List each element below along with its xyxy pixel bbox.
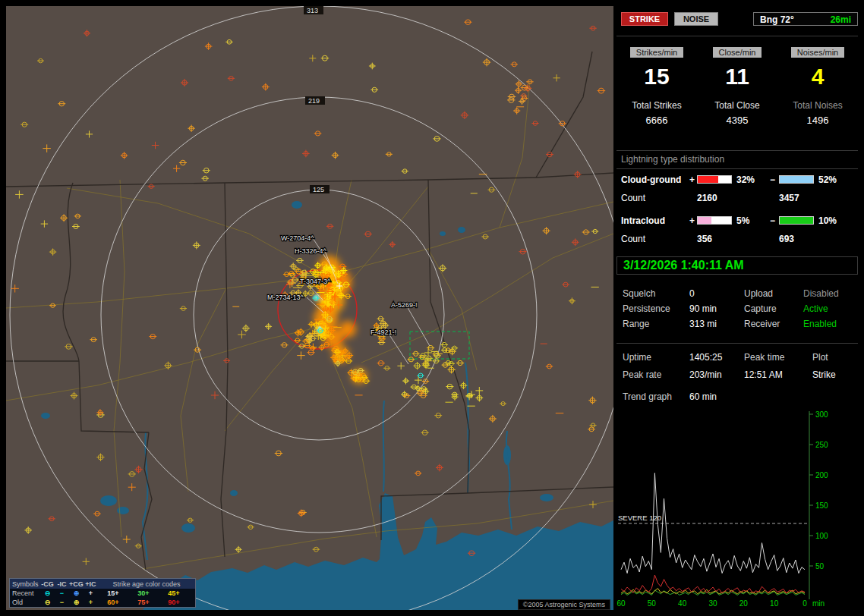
svg-text:40: 40 [678, 599, 687, 608]
status-value: 0 [689, 288, 695, 299]
minus-sign: − [770, 174, 775, 185]
stats-label: Uptime [623, 352, 651, 363]
svg-text:H-3326-4^: H-3326-4^ [295, 247, 327, 255]
trend-graph-label: Trend graph [623, 391, 672, 402]
age-60: 60+ [98, 599, 128, 606]
strike-button[interactable]: STRIKE [621, 12, 668, 26]
status-label: Capture [744, 303, 777, 314]
svg-text:50: 50 [815, 562, 825, 570]
bearing-box: Bng 72° 26mi [753, 12, 858, 26]
total-strikes-label: Total Strikes [616, 100, 697, 111]
status-row-range: Range 313 mi Receiver Enabled [616, 319, 858, 331]
noises-per-min-value: 4 [777, 64, 858, 90]
recent-neg-cg-icon: ⊖ [40, 589, 55, 597]
noises-per-min-label: Noises/min [791, 47, 844, 58]
status-value: 90 min [689, 303, 717, 314]
close-per-min-label: Close/min [713, 47, 762, 58]
intracloud-row: Intracloud + 5% − 10% [616, 215, 858, 228]
legend-old-row: Old ⊖ − ⊕ + 60+ 75+ 90+ [10, 598, 195, 607]
stats-value: Strike [812, 369, 836, 380]
trend-graph-row: Trend graph 60 min [616, 391, 858, 404]
status-value: Active [803, 303, 828, 314]
legend-age-header: Strike age color codes [98, 580, 195, 588]
divider [616, 343, 858, 344]
strikes-per-min-label: Strikes/min [630, 47, 683, 58]
copyright-notice: ©2005 Astrogenic Systems [518, 599, 610, 610]
recent-pos-ic-icon: + [84, 589, 98, 597]
svg-text:100: 100 [815, 532, 828, 540]
cloud-ground-count-row: Count 2160 3457 [616, 193, 858, 205]
map-legend: Symbols -CG -IC +CG +IC Strike age color… [9, 578, 196, 608]
svg-text:313: 313 [307, 7, 318, 14]
map-canvas[interactable]: 313219125W-2704-4^H-3326-4^T-3047-3^M-27… [6, 6, 613, 610]
intracloud-label: Intracloud [621, 215, 665, 226]
datetime-display: 3/12/2026 1:40:11 AM [616, 256, 858, 275]
total-noises-value: 1496 [777, 115, 858, 126]
legend-old-label: Old [10, 599, 40, 606]
ic-positive-count: 356 [697, 234, 712, 244]
age-30: 30+ [128, 589, 159, 597]
distribution-title: Lightning type distribution [621, 154, 724, 165]
trend-graph: 30025020015010050SEVERE 1206050403020100… [616, 408, 861, 610]
stats-label: Peak rate [623, 369, 661, 380]
status-value: 313 mi [689, 319, 717, 329]
legend-symbols-header: Symbols [10, 580, 40, 588]
status-panel: STRIKE NOISE Bng 72° 26mi Strikes/min 15… [616, 6, 861, 610]
legend-recent-row: Recent ⊖ − ⊕ + 15+ 30+ 45+ [10, 589, 195, 598]
svg-text:0: 0 [803, 599, 807, 608]
close-per-min-value: 11 [697, 64, 777, 90]
status-label: Range [623, 319, 649, 329]
ic-positive-pct: 5% [736, 215, 749, 226]
cloud-ground-row: Cloud-ground + 32% − 52% [616, 174, 858, 187]
legend-col-pos-cg: +CG [69, 580, 84, 588]
status-label: Receiver [744, 319, 780, 329]
svg-text:min: min [812, 599, 825, 608]
legend-header-row: Symbols -CG -IC +CG +IC Strike age color… [10, 579, 195, 589]
stats-row-peak-rate: Peak rate 203/min 12:51 AM Strike [616, 369, 858, 382]
old-neg-cg-icon: ⊖ [40, 599, 55, 606]
svg-text:150: 150 [815, 501, 828, 510]
legend-col-neg-cg: -CG [40, 580, 55, 588]
count-label: Count [621, 193, 645, 203]
bearing-distance: 26mi [831, 14, 851, 25]
status-value: Disabled [803, 288, 839, 299]
count-label: Count [621, 234, 645, 244]
svg-text:F-4921-!: F-4921-! [371, 328, 396, 336]
app-window: 313219125W-2704-4^H-3326-4^T-3047-3^M-27… [0, 0, 864, 616]
stats-row-uptime: Uptime 1405:25 Peak time Plot [616, 352, 858, 364]
age-90: 90+ [159, 599, 189, 606]
strikes-per-min-value: 15 [616, 64, 697, 90]
status-value: Enabled [803, 319, 837, 329]
rate-counters: Strikes/min 15 Total Strikes 6666 Close/… [616, 47, 858, 126]
cloud-ground-label: Cloud-ground [621, 174, 681, 185]
ic-positive-bar [697, 216, 732, 225]
total-close-label: Total Close [697, 100, 777, 111]
old-pos-ic-icon: + [84, 599, 98, 606]
noise-button[interactable]: NOISE [674, 12, 718, 26]
cg-negative-count: 3457 [779, 193, 799, 203]
svg-text:SEVERE 120: SEVERE 120 [618, 514, 661, 522]
age-75: 75+ [128, 599, 159, 606]
divider [616, 150, 858, 151]
cg-positive-bar [697, 175, 732, 184]
recent-neg-ic-icon: − [55, 589, 69, 597]
cg-positive-count: 2160 [697, 193, 717, 203]
svg-text:219: 219 [308, 97, 320, 105]
status-label: Squelch [623, 288, 655, 299]
total-close-value: 4395 [697, 115, 777, 126]
status-label: Persistence [623, 303, 670, 314]
cg-positive-pct: 32% [736, 174, 755, 185]
total-strikes-value: 6666 [616, 115, 697, 126]
cg-negative-pct: 52% [818, 174, 837, 185]
old-neg-ic-icon: − [55, 599, 69, 606]
trend-graph-duration: 60 min [689, 391, 717, 402]
status-row-persistence: Persistence 90 min Capture Active [616, 303, 858, 316]
svg-text:30: 30 [708, 599, 717, 608]
svg-text:50: 50 [648, 599, 657, 608]
status-label: Upload [744, 288, 773, 299]
svg-text:125: 125 [313, 186, 324, 193]
plus-sign: + [689, 174, 695, 185]
svg-text:10: 10 [770, 599, 779, 608]
stats-label: Peak time [744, 352, 784, 363]
stats-label: Plot [812, 352, 828, 363]
